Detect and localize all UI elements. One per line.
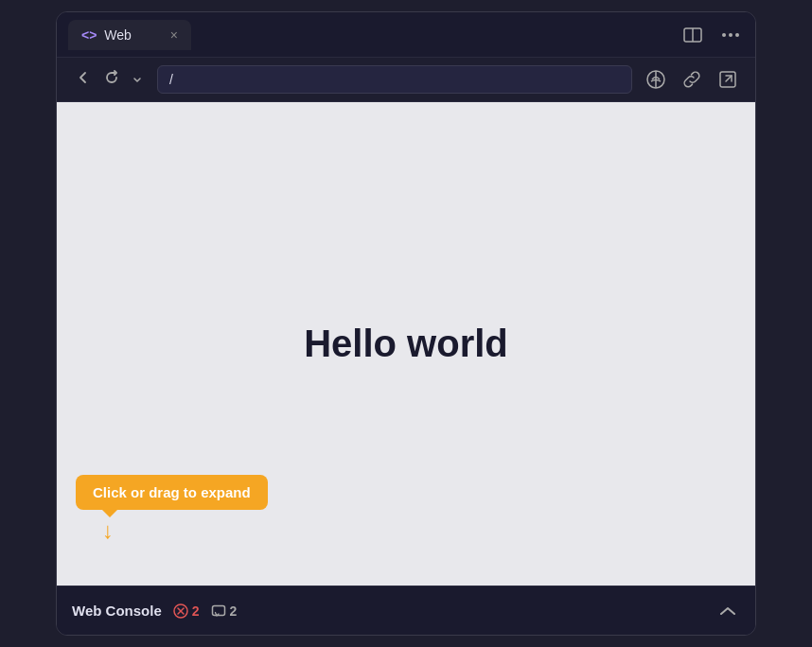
tab-close-button[interactable]: × bbox=[170, 27, 178, 43]
refresh-dropdown-button[interactable] bbox=[127, 67, 148, 92]
console-bar[interactable]: Web Console 2 2 bbox=[57, 586, 755, 635]
message-icon bbox=[211, 603, 226, 619]
nav-buttons bbox=[70, 66, 148, 93]
expand-tooltip[interactable]: Click or drag to expand bbox=[76, 475, 268, 510]
error-icon bbox=[173, 603, 188, 619]
error-badge: 2 bbox=[173, 603, 200, 619]
design-mode-button[interactable] bbox=[642, 65, 670, 94]
console-collapse-button[interactable] bbox=[715, 602, 740, 621]
tab-bar: <> Web × bbox=[57, 12, 755, 58]
more-options-button[interactable] bbox=[717, 28, 744, 42]
expand-arrow-icon: ↓ bbox=[102, 517, 114, 544]
back-button[interactable] bbox=[70, 66, 97, 93]
address-bar[interactable] bbox=[157, 65, 632, 94]
browser-tab[interactable]: <> Web × bbox=[68, 20, 191, 50]
refresh-button[interactable] bbox=[98, 66, 125, 93]
tab-bar-actions bbox=[680, 24, 744, 46]
toolbar-actions bbox=[642, 65, 742, 94]
message-badge: 2 bbox=[211, 603, 238, 619]
svg-point-4 bbox=[735, 33, 739, 37]
browser-window: <> Web × bbox=[56, 11, 756, 636]
hello-world-heading: Hello world bbox=[304, 323, 508, 365]
copy-link-button[interactable] bbox=[678, 65, 706, 94]
error-count: 2 bbox=[192, 603, 200, 619]
tab-code-icon: <> bbox=[81, 27, 97, 43]
svg-point-2 bbox=[722, 33, 726, 37]
split-view-button[interactable] bbox=[680, 24, 706, 46]
content-area: Hello world Click or drag to expand ↓ bbox=[57, 102, 755, 586]
tab-title: Web bbox=[104, 27, 132, 43]
toolbar bbox=[57, 58, 755, 102]
console-label: Web Console bbox=[72, 603, 162, 619]
message-count: 2 bbox=[230, 603, 238, 619]
svg-point-3 bbox=[729, 33, 733, 37]
open-external-button[interactable] bbox=[714, 65, 742, 94]
